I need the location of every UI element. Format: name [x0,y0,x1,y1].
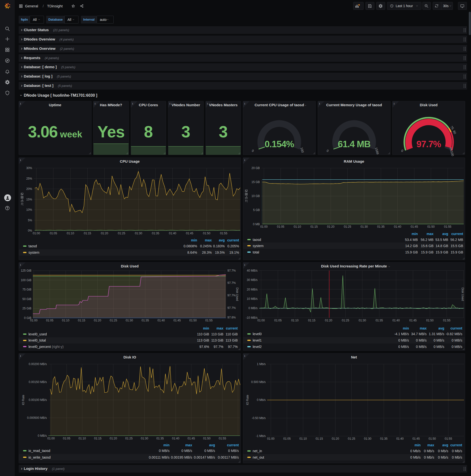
svg-text:01:55: 01:55 [445,437,452,441]
svg-text:01:40: 01:40 [394,225,401,228]
svg-text:current: current [227,238,239,242]
svg-text:system: system [29,251,39,255]
svg-text:0 MB/s: 0 MB/s [434,345,444,349]
svg-text:10%: 10% [26,208,32,211]
svg-text:-0.82 MB/s: -0.82 MB/s [446,332,462,336]
svg-text:01:00: 01:00 [260,225,268,228]
svg-text:level0: level0 [253,332,262,336]
svg-text:01:15: 01:15 [310,225,318,228]
svg-text:01:25: 01:25 [344,225,351,228]
svg-text:max: max [205,238,212,242]
svg-text:max: max [216,326,223,330]
svg-text:110 GiB: 110 GiB [211,332,223,336]
svg-text:5 GB: 5 GB [253,208,260,212]
svg-text:current: current [451,232,463,236]
svg-text:0.00100 MB/s: 0.00100 MB/s [29,398,47,402]
svg-text:40 MB/s: 40 MB/s [247,269,258,272]
svg-text:01:30: 01:30 [135,232,142,235]
svg-text:-1 Mb/s: -1 Mb/s [256,434,266,438]
svg-text:53.4 MB: 53.4 MB [405,238,418,242]
svg-text:01:25: 01:25 [342,319,349,322]
svg-text:0 Mb/s: 0 Mb/s [257,398,266,402]
svg-text:0.0808%: 0.0808% [184,244,197,248]
svg-text:taosd: taosd [29,244,37,248]
svg-text:0.000500 MB/s: 0.000500 MB/s [27,416,47,420]
svg-text:01:20: 01:20 [332,437,339,441]
svg-text:-10 MB/s: -10 MB/s [246,316,258,320]
svg-text:0 MB/s: 0 MB/s [249,306,258,310]
svg-text:113 GiB: 113 GiB [197,338,209,342]
svg-text:01:45: 01:45 [409,319,417,322]
svg-text:0 MB: 0 MB [253,222,260,226]
svg-text:0 Mb/s: 0 Mb/s [452,455,462,459]
svg-text:01:00: 01:00 [33,232,40,235]
svg-text:113 GiB: 113 GiB [225,338,238,342]
svg-text:0.00111 MB/s: 0.00111 MB/s [149,455,169,459]
svg-text:01:50: 01:50 [429,437,436,441]
svg-text:01:15: 01:15 [94,437,101,440]
svg-text:-0.50 Mb/s: -0.50 Mb/s [252,416,266,420]
svg-text:1 Mb/s: 1 Mb/s [257,362,266,366]
svg-text:10 MB/s: 10 MB/s [247,297,258,301]
svg-text:28.3%: 28.3% [202,251,212,255]
svg-text:io_read_taosd: io_read_taosd [29,449,50,453]
svg-text:0 Mb/s: 0 Mb/s [410,455,421,459]
svg-text:01:05: 01:05 [50,232,57,235]
svg-text:01:05: 01:05 [277,225,284,228]
svg-text:97.6%: 97.6% [227,316,236,319]
svg-text:avg: avg [209,443,215,447]
svg-text:30%: 30% [26,166,32,170]
svg-text:01:45: 01:45 [188,437,195,440]
svg-text:level0_total: level0_total [29,338,46,342]
svg-text:97.6%: 97.6% [200,345,209,349]
svg-text:01:10: 01:10 [294,225,301,228]
svg-text:30 MB/s: 30 MB/s [247,278,258,282]
svg-text:01:40: 01:40 [392,319,400,322]
svg-text:max: max [427,232,434,236]
svg-text:100 GiB: 100 GiB [21,278,31,282]
svg-text:01:55: 01:55 [220,232,227,235]
svg-text:0 MB/s: 0 MB/s [434,338,444,342]
svg-text:01:40: 01:40 [169,232,176,235]
svg-text:level1: level1 [253,338,262,342]
svg-text:01:30: 01:30 [126,319,133,322]
svg-text:1.31 MB/s: 1.31 MB/s [429,332,444,336]
svg-text:97.7%: 97.7% [227,281,236,285]
svg-text:level0_used: level0_used [29,332,47,336]
svg-text:01:45: 01:45 [412,437,420,441]
svg-text:50 GiB: 50 GiB [22,297,31,301]
svg-text:15 GB: 15 GB [252,180,260,184]
svg-text:io_write_taosd: io_write_taosd [29,455,50,459]
svg-text:0.00147 MB/s: 0.00147 MB/s [194,455,215,459]
svg-text:8.64%: 8.64% [187,251,197,255]
svg-text:01:40: 01:40 [172,437,179,440]
svg-text:01:45: 01:45 [411,225,418,228]
svg-text:01:05: 01:05 [274,319,282,322]
svg-text:0 MB/s: 0 MB/s [204,449,215,453]
svg-text:min: min [191,238,197,242]
svg-text:min: min [412,232,418,236]
svg-text:01:35: 01:35 [142,319,149,322]
svg-text:01:25: 01:25 [118,232,125,235]
svg-text:0 MB/s: 0 MB/s [452,345,462,349]
svg-text:01:35: 01:35 [380,437,387,441]
svg-text:01:25: 01:25 [125,437,133,440]
svg-text:min: min [415,443,421,447]
svg-text:01:00: 01:00 [257,319,265,322]
svg-text:01:10: 01:10 [300,437,307,441]
svg-text:0.245%: 0.245% [200,244,212,248]
svg-text:15.6 GB: 15.6 GB [421,244,434,248]
svg-text:max: max [185,443,192,447]
svg-text:avg: avg [442,443,448,447]
svg-text:min: min [163,443,169,447]
svg-text:0.00195 MB/s: 0.00195 MB/s [171,455,192,459]
svg-text:01:10: 01:10 [79,437,86,440]
svg-text:01:35: 01:35 [152,232,159,235]
svg-text:97.7%: 97.7% [227,294,236,297]
svg-text:01:55: 01:55 [219,437,226,440]
svg-text:01:45: 01:45 [186,232,193,235]
svg-text:19.5%: 19.5% [215,251,225,255]
svg-text:75 GiB: 75 GiB [22,288,31,291]
svg-text:01:15: 01:15 [308,319,316,322]
svg-text:0.500 Mb/s: 0.500 Mb/s [251,380,266,384]
